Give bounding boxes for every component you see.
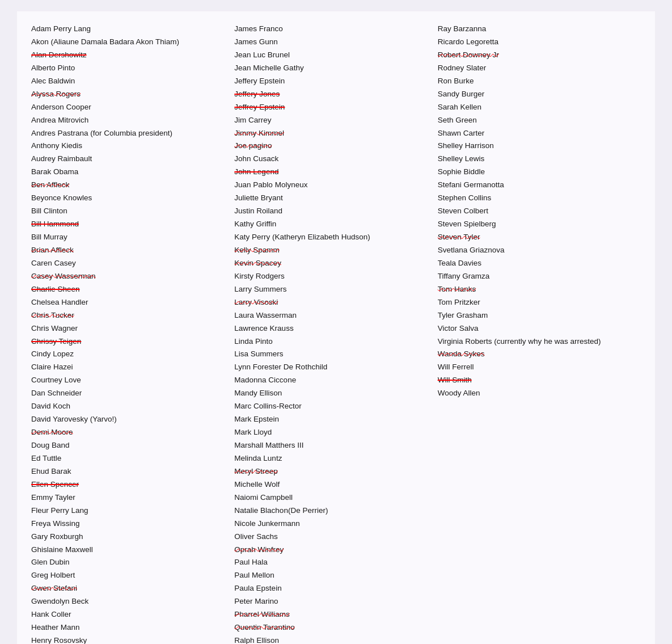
strikethrough-name: Jeffrey Epstein — [234, 103, 285, 111]
strikethrough-name: Bill Hammond — [31, 220, 79, 228]
list-item: Oprah Winfrey — [234, 544, 432, 557]
scribble-name: Pharrel Williams — [234, 610, 290, 618]
scribble-name: Meryl Streep — [234, 467, 278, 475]
list-item: Cindy Lopez — [31, 348, 229, 361]
list-item: Demi Moore — [31, 426, 229, 439]
list-item: Peter Marino — [234, 595, 432, 608]
list-item: Caren Casey — [31, 257, 229, 270]
strikethrough-name: Charlie Sheen — [31, 285, 80, 293]
list-item: Ellen Spencer — [31, 478, 229, 491]
list-item: Audrey Raimbault — [31, 153, 229, 166]
list-item: Heather Mann — [31, 621, 229, 634]
scribble-name: Larry Visoski — [234, 298, 278, 306]
list-item: Lawrence Krauss — [234, 322, 432, 335]
list-item: Henry Rosovsky — [31, 634, 229, 644]
scribble-name: Alyssa Rogers — [31, 90, 81, 98]
list-item: Lynn Forester De Rothchild — [234, 361, 432, 374]
list-item: Glen Dubin — [31, 556, 229, 569]
scribble-name: Steven Tyler — [438, 233, 480, 241]
scribble-name: Quentin Tarantino — [234, 623, 294, 632]
scribble-name: Kelly Spamm — [234, 246, 280, 254]
list-item: Jim Carrey — [234, 114, 432, 127]
list-item: Dan Schneider — [31, 387, 229, 400]
list-item: Jean Michelle Gathy — [234, 62, 432, 75]
list-item: James Gunn — [234, 36, 432, 49]
list-item: John Cusack — [234, 153, 432, 166]
scribble-name: Ben Affleck — [31, 180, 69, 189]
list-item: Bill Clinton — [31, 205, 229, 218]
list-item: Robert Downey Jr — [438, 49, 635, 62]
list-item: Naiomi Campbell — [234, 491, 432, 504]
list-item: Tom Pritzker — [438, 296, 635, 309]
scribble-name: Robert Downey Jr — [438, 50, 499, 59]
list-item: Adam Perry Lang — [31, 23, 229, 36]
list-item: Sandy Burger — [438, 88, 635, 101]
list-item: Juliette Bryant — [234, 192, 432, 205]
list-item: David Yarovesky (Yarvo!) — [31, 413, 229, 426]
main-page: Adam Perry LangAkon (Aliaune Damala Bada… — [17, 11, 655, 644]
list-item: Joe pagino — [234, 140, 432, 153]
list-item: Ron Burke — [438, 75, 635, 88]
list-item: Gwen Stefani — [31, 582, 229, 595]
list-item: James Franco — [234, 23, 432, 36]
list-item: Seth Green — [438, 114, 635, 127]
list-item: Stephen Collins — [438, 192, 635, 205]
list-item: Greg Holbert — [31, 569, 229, 582]
list-item: Shelley Harrison — [438, 140, 635, 153]
scribble-name: Jimmy Kimmel — [234, 129, 284, 137]
list-item: Andres Pastrana (for Columbia president) — [31, 127, 229, 140]
list-item: Akon (Aliaune Damala Badara Akon Thiam) — [31, 36, 229, 49]
list-item: Kelly Spamm — [234, 244, 432, 257]
list-item: Hank Coller — [31, 608, 229, 621]
strikethrough-name: Jeffery Jones — [234, 90, 280, 98]
list-item: Mandy Ellison — [234, 387, 432, 400]
list-item: Justin Roiland — [234, 205, 432, 218]
scribble-name: Chris Tucker — [31, 311, 74, 319]
list-item: Kathy Griffin — [234, 218, 432, 231]
scribble-name: Casey Wasserman — [31, 272, 96, 280]
list-item: Sarah Kellen — [438, 101, 635, 114]
list-item: Steven Tyler — [438, 231, 635, 244]
list-item: Charlie Sheen — [31, 283, 229, 296]
list-item: Emmy Tayler — [31, 491, 229, 504]
list-item: Fleur Perry Lang — [31, 504, 229, 517]
list-item: Tyler Grasham — [438, 309, 635, 322]
list-item: Beyonce Knowles — [31, 192, 229, 205]
list-item: Marshall Matthers III — [234, 439, 432, 452]
list-item: Kevin Spacey — [234, 257, 432, 270]
list-item: Alyssa Rogers — [31, 88, 229, 101]
list-item: Natalie Blachon(De Perrier) — [234, 504, 432, 517]
list-item: Anthony Kiedis — [31, 140, 229, 153]
list-item: Alberto Pinto — [31, 62, 229, 75]
list-item: Virginia Roberts (currently why he was a… — [438, 335, 635, 348]
scribble-name: Brian Affleck — [31, 246, 74, 254]
list-item: Will Ferrell — [438, 361, 635, 374]
list-item: Gwendolyn Beck — [31, 595, 229, 608]
list-item: Linda Pinto — [234, 335, 432, 348]
list-item: Teala Davies — [438, 257, 635, 270]
list-item: Larry Visoski — [234, 296, 432, 309]
list-item: Pharrel Williams — [234, 608, 432, 621]
list-item: Ben Affleck — [31, 179, 229, 192]
list-item: Kirsty Rodgers — [234, 270, 432, 283]
scribble-name: Kevin Spacey — [234, 259, 281, 267]
list-item: Ricardo Legoretta — [438, 36, 635, 49]
list-item: Mark Lloyd — [234, 426, 432, 439]
list-item: Larry Summers — [234, 283, 432, 296]
list-item: Claire Hazei — [31, 361, 229, 374]
list-item: Doug Band — [31, 439, 229, 452]
list-item: Will Smith — [438, 374, 635, 387]
list-item: Madonna Ciccone — [234, 374, 432, 387]
list-item: Ray Barzanna — [438, 23, 635, 36]
list-item: Sophie Biddle — [438, 166, 635, 179]
list-item: Svetlana Griaznova — [438, 244, 635, 257]
list-item: Jeffrey Epstein — [234, 101, 432, 114]
list-item: Marc Collins-Rector — [234, 400, 432, 413]
list-item: Mark Epstein — [234, 413, 432, 426]
list-item: Woody Allen — [438, 387, 635, 400]
list-item: Paula Epstein — [234, 582, 432, 595]
list-item: Alan Dershowitz — [31, 49, 229, 62]
list-item: Tom Hanks — [438, 283, 635, 296]
scribble-name: Gwen Stefani — [31, 584, 77, 592]
scribble-name: Demi Moore — [31, 428, 73, 436]
